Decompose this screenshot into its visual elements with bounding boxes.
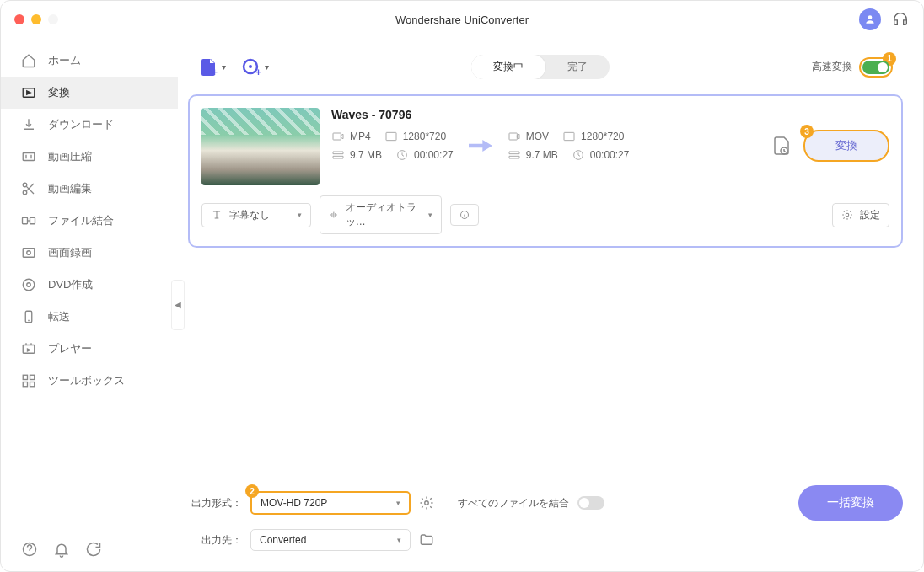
fast-convert-toggle[interactable] [862, 61, 889, 74]
info-icon [459, 209, 470, 221]
svg-rect-26 [564, 132, 574, 140]
add-file-button[interactable]: + ▾ [198, 57, 226, 78]
sidebar-item-merge[interactable]: ファイル結合 [1, 205, 178, 237]
video-icon [331, 130, 345, 143]
toolbar: + ▾ + ▾ 変換中 完了 高速変換 1 [188, 48, 903, 86]
merge-icon [21, 213, 36, 228]
batch-convert-button[interactable]: 一括変換 [798, 485, 903, 521]
sidebar-item-label: ホーム [48, 53, 81, 68]
callout-marker-3: 3 [800, 125, 814, 138]
dst-format: MOV [526, 131, 549, 142]
svg-rect-13 [23, 375, 27, 379]
audio-value: オーディオトラッ… [346, 200, 422, 229]
sidebar-item-edit[interactable]: 動画編集 [1, 173, 178, 205]
sidebar-item-label: 動画編集 [48, 181, 92, 196]
svg-point-9 [23, 279, 35, 291]
bell-icon[interactable] [53, 541, 70, 558]
sidebar-item-download[interactable]: ダウンロード [1, 109, 178, 141]
callout-marker-2: 2 [245, 484, 259, 498]
headset-icon[interactable] [891, 10, 910, 29]
svg-point-0 [868, 15, 873, 19]
output-format-select[interactable]: 2 MOV-HD 720P ▾ [250, 491, 411, 515]
sidebar-item-label: ファイル結合 [48, 213, 114, 228]
clock-icon [395, 148, 409, 162]
sidebar-item-home[interactable]: ホーム [1, 45, 178, 77]
file-title: Waves - 70796 [331, 108, 889, 121]
svg-point-8 [27, 251, 31, 255]
sidebar-item-toolbox[interactable]: ツールボックス [1, 365, 178, 397]
subtitle-select[interactable]: 字幕なし ▾ [201, 203, 311, 227]
help-icon[interactable] [21, 541, 38, 558]
feedback-icon[interactable] [85, 541, 102, 558]
output-folder-select[interactable]: Converted ▾ [250, 529, 411, 551]
arrow-right-icon [469, 137, 492, 154]
convert-button[interactable]: 3 変換 [803, 130, 889, 162]
svg-point-31 [425, 501, 429, 505]
collapse-sidebar-button[interactable]: ◀ [171, 280, 185, 330]
sidebar-item-transfer[interactable]: 転送 [1, 301, 178, 333]
tab-done[interactable]: 完了 [545, 55, 610, 79]
file-add-icon: + [198, 57, 218, 78]
bottom-bar: 出力形式： 2 MOV-HD 720P ▾ すべてのファイルを結合 一括変換 出… [188, 485, 903, 559]
maximize-window-button[interactable] [48, 14, 58, 24]
src-format: MP4 [350, 131, 371, 142]
sidebar-item-player[interactable]: プレヤー [1, 333, 178, 365]
format-settings-icon[interactable] [419, 495, 434, 511]
info-button[interactable] [450, 204, 479, 226]
sidebar-item-label: ツールボックス [48, 373, 125, 388]
sidebar-item-label: 画面録画 [48, 245, 92, 260]
open-folder-icon[interactable] [419, 532, 434, 548]
disc-add-icon: + [241, 57, 261, 78]
merge-toggle[interactable] [578, 496, 604, 510]
svg-point-20 [249, 65, 252, 68]
svg-rect-23 [386, 132, 396, 140]
svg-rect-6 [30, 217, 35, 224]
text-icon [211, 209, 223, 221]
download-icon [21, 117, 36, 132]
sidebar-item-label: プレヤー [48, 341, 92, 356]
window-controls [14, 14, 58, 24]
video-thumbnail[interactable] [201, 108, 320, 185]
chevron-left-icon: ◀ [175, 300, 181, 309]
user-icon [864, 13, 876, 25]
add-disc-button[interactable]: + ▾ [241, 57, 269, 78]
src-duration: 00:00:27 [414, 149, 454, 161]
output-folder-value: Converted [260, 534, 306, 546]
src-resolution: 1280*720 [403, 131, 446, 142]
record-icon [21, 245, 36, 260]
fast-convert-toggle-highlight: 1 [859, 57, 893, 78]
svg-rect-25 [509, 133, 517, 140]
sidebar-item-dvd[interactable]: DVD作成 [1, 269, 178, 301]
sidebar-item-convert[interactable]: 変換 [1, 77, 178, 109]
chevron-down-icon: ▾ [396, 499, 400, 507]
output-folder-label: 出力先： [188, 533, 242, 548]
sidebar-item-record[interactable]: 画面録画 [1, 237, 178, 269]
settings-label: 設定 [860, 208, 880, 222]
user-avatar[interactable] [859, 8, 881, 30]
close-window-button[interactable] [14, 14, 24, 24]
sidebar-item-label: 動画圧縮 [48, 149, 92, 164]
page-settings-icon[interactable] [771, 136, 792, 156]
merge-label: すべてのファイルを結合 [458, 496, 569, 511]
storage-icon [508, 148, 521, 162]
sidebar: ホーム 変換 ダウンロード 動画圧縮 動画編集 ファイル結合 画面録画 DVD [1, 38, 178, 571]
svg-point-10 [27, 283, 31, 287]
content-area: ◀ + ▾ + ▾ 変換中 完了 高速変換 1 [178, 38, 923, 571]
tab-in-progress[interactable]: 変換中 [471, 55, 545, 79]
titlebar: Wondershare UniConverter [1, 1, 923, 38]
gear-icon [841, 209, 853, 221]
svg-rect-22 [333, 133, 341, 140]
svg-point-3 [23, 183, 27, 187]
dst-resolution: 1280*720 [581, 131, 624, 142]
settings-button[interactable]: 設定 [832, 203, 889, 227]
resolution-icon [562, 130, 576, 143]
file-card: Waves - 70796 MP4 1280*720 9.7 MB 00:00:… [188, 94, 903, 248]
chevron-down-icon: ▾ [298, 211, 302, 219]
minimize-window-button[interactable] [31, 14, 41, 24]
dst-duration: 00:00:27 [590, 149, 630, 161]
audio-track-select[interactable]: オーディオトラッ… ▾ [320, 195, 442, 234]
svg-rect-15 [23, 382, 27, 387]
clock-icon [572, 148, 585, 162]
chevron-down-icon: ▾ [222, 62, 226, 72]
sidebar-item-compress[interactable]: 動画圧縮 [1, 141, 178, 173]
